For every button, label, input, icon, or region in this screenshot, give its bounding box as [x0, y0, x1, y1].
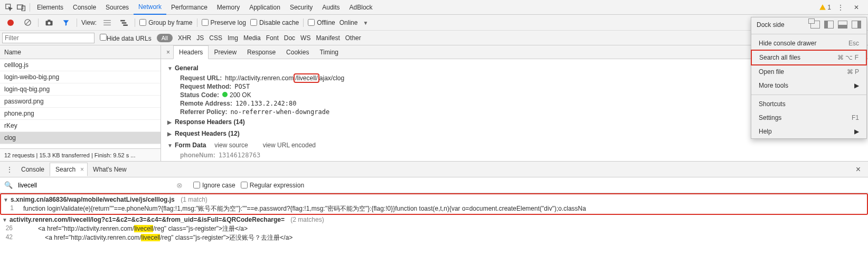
request-row[interactable]: login-qq-big.png: [0, 83, 161, 96]
search-result-file[interactable]: ▼activity.renren.com/livecell/log?c1=&c2…: [0, 215, 868, 224]
view-source-link[interactable]: view source: [208, 142, 254, 149]
drawer-tab-console[interactable]: Console: [16, 163, 50, 176]
detail-tab-cookies[interactable]: Cookies: [281, 46, 314, 59]
menu-more-tools[interactable]: More tools▶: [751, 79, 866, 92]
menu-open-file[interactable]: Open file⌘ P: [751, 65, 866, 79]
drawer-tab-search[interactable]: Search×: [50, 163, 88, 176]
capture-screenshots-icon[interactable]: [43, 17, 55, 29]
tab-security[interactable]: Security: [285, 1, 317, 14]
waterfall-icon[interactable]: [118, 17, 130, 29]
throttle-select[interactable]: Online ▼: [339, 19, 369, 26]
filter-type-css[interactable]: CSS: [209, 34, 222, 42]
search-result-file[interactable]: ▼s.xnimg.cn/a86836/wap/mobile/wechatLive…: [1, 195, 867, 204]
detail-tab-preview[interactable]: Preview: [209, 46, 242, 59]
filter-icon[interactable]: [60, 17, 72, 29]
request-row[interactable]: phone.png: [0, 108, 161, 120]
menu-hide-console[interactable]: Hide console drawerEsc: [751, 36, 866, 50]
clear-button[interactable]: [21, 17, 34, 29]
filter-type-xhr[interactable]: XHR: [178, 34, 191, 42]
ignore-case-checkbox[interactable]: Ignore case: [193, 182, 235, 189]
request-row[interactable]: celllog.js: [0, 59, 161, 71]
tab-elements[interactable]: Elements: [32, 1, 68, 14]
drawer-menu-icon[interactable]: ⋮: [3, 164, 16, 175]
dock-undock-icon[interactable]: [810, 21, 820, 29]
request-url-label: Request URL:: [180, 74, 222, 82]
warning-badge[interactable]: 1: [819, 4, 831, 11]
close-devtools-icon[interactable]: ✕: [850, 2, 863, 13]
close-drawer-icon[interactable]: ×: [852, 165, 865, 174]
tab-sources[interactable]: Sources: [101, 1, 134, 14]
detail-tab-headers[interactable]: Headers: [173, 45, 209, 59]
request-row[interactable]: password.png: [0, 96, 161, 108]
menu-item-label: Hide console drawer: [759, 40, 816, 47]
hide-data-urls-checkbox[interactable]: Hide data URLs: [100, 34, 152, 42]
tab-performance[interactable]: Performance: [166, 1, 212, 14]
triangle-down-icon: ▼: [3, 197, 8, 203]
filter-type-manifest[interactable]: Manifest: [316, 34, 339, 42]
filter-type-ws[interactable]: WS: [300, 34, 310, 42]
inspect-icon[interactable]: [2, 2, 15, 13]
status-dot-icon: [222, 92, 228, 97]
menu-search-all-files[interactable]: Search all files⌘ ⌥ F: [751, 50, 867, 65]
dock-right-icon[interactable]: [852, 21, 861, 29]
tab-console[interactable]: Console: [68, 1, 101, 14]
request-row[interactable]: login-weibo-big.png: [0, 71, 161, 83]
section-form-data[interactable]: ▼Form Dataview sourceview URL encoded: [167, 139, 862, 151]
group-by-frame-label: Group by frame: [148, 19, 192, 26]
result-path: s.xnimg.cn/a86836/wap/mobile/wechatLive/…: [11, 196, 175, 203]
triangle-down-icon: ▼: [2, 217, 7, 223]
search-icon: 🔍: [4, 181, 13, 189]
clear-search-icon[interactable]: ⊗: [176, 181, 183, 190]
filter-type-other[interactable]: Other: [345, 34, 361, 42]
dock-bottom-icon[interactable]: [838, 21, 847, 29]
large-rows-icon[interactable]: [101, 17, 114, 29]
menu-shortcut: ⌘ P: [847, 68, 859, 76]
filter-type-all[interactable]: All: [157, 34, 173, 42]
menu-item-label: Search all files: [759, 54, 800, 61]
settings-menu-icon[interactable]: ⋮: [834, 2, 847, 13]
search-result-line[interactable]: 42 <a href="http://activity.renren.com/l…: [0, 233, 868, 242]
record-button[interactable]: [4, 17, 17, 29]
tab-application[interactable]: Application: [244, 1, 285, 14]
device-toggle-icon[interactable]: [15, 2, 27, 13]
dock-left-icon[interactable]: [824, 21, 834, 29]
menu-item-label: Open file: [759, 68, 784, 76]
tab-network[interactable]: Network: [134, 0, 166, 15]
regex-checkbox[interactable]: Regular expression: [241, 182, 304, 189]
detail-tab-timing[interactable]: Timing: [314, 46, 344, 59]
filter-type-js[interactable]: JS: [196, 34, 204, 42]
request-list-header[interactable]: Name: [0, 45, 161, 59]
section-response-headers-label: Response Headers (14): [175, 118, 245, 126]
offline-checkbox[interactable]: Offline: [308, 19, 335, 26]
search-result-line[interactable]: 26 <a href="http://activity.renren.com/l…: [0, 224, 868, 233]
svg-rect-12: [122, 22, 127, 24]
tab-audits[interactable]: Audits: [317, 1, 344, 14]
menu-item-label: Settings: [759, 114, 781, 121]
request-row[interactable]: clog: [0, 132, 161, 144]
close-detail-icon[interactable]: ×: [163, 49, 173, 56]
filter-input[interactable]: [2, 33, 95, 43]
tab-adblock[interactable]: AdBlock: [345, 1, 378, 14]
drawer-tab-whatsnew[interactable]: What's New: [88, 163, 132, 176]
menu-help[interactable]: Help▶: [751, 125, 866, 138]
view-url-encoded-link[interactable]: view URL encoded: [257, 142, 322, 149]
preserve-log-checkbox[interactable]: Preserve log: [202, 19, 246, 26]
menu-settings[interactable]: SettingsF1: [751, 111, 866, 125]
group-by-frame-checkbox[interactable]: Group by frame: [139, 19, 192, 26]
dock-side-label: Dock side: [757, 21, 785, 29]
search-result-line[interactable]: 1 function loginValidate(e){return""==e.…: [1, 204, 867, 213]
separator: [38, 18, 39, 27]
search-input[interactable]: [18, 182, 171, 189]
filter-type-font[interactable]: Font: [266, 34, 279, 42]
filter-type-doc[interactable]: Doc: [284, 34, 295, 42]
request-row[interactable]: rKey: [0, 120, 161, 132]
detail-tab-response[interactable]: Response: [242, 46, 281, 59]
close-search-tab-icon[interactable]: ×: [80, 166, 84, 173]
disable-cache-checkbox[interactable]: Disable cache: [250, 19, 299, 26]
view-label: View:: [81, 19, 97, 26]
menu-shortcut: Esc: [848, 40, 859, 47]
menu-shortcuts[interactable]: Shortcuts: [751, 97, 866, 111]
tab-memory[interactable]: Memory: [212, 1, 244, 14]
filter-type-media[interactable]: Media: [243, 34, 261, 42]
filter-type-img[interactable]: Img: [228, 34, 238, 42]
